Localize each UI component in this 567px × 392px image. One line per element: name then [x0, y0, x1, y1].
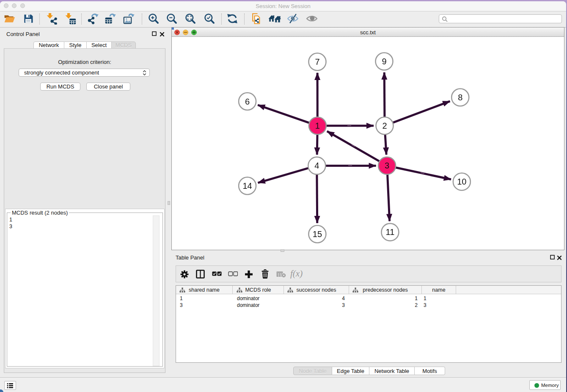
- svg-text:2: 2: [382, 121, 387, 130]
- svg-text:1: 1: [315, 121, 320, 130]
- svg-text:4: 4: [314, 161, 319, 170]
- svg-text:14: 14: [242, 181, 252, 190]
- svg-text:11: 11: [386, 227, 395, 237]
- svg-text:7: 7: [315, 57, 319, 66]
- svg-text:3: 3: [385, 161, 389, 170]
- svg-text:15: 15: [313, 229, 322, 239]
- svg-text:6: 6: [245, 97, 250, 106]
- svg-text:8: 8: [458, 93, 462, 102]
- svg-text:9: 9: [382, 57, 386, 66]
- svg-text:10: 10: [457, 177, 466, 186]
